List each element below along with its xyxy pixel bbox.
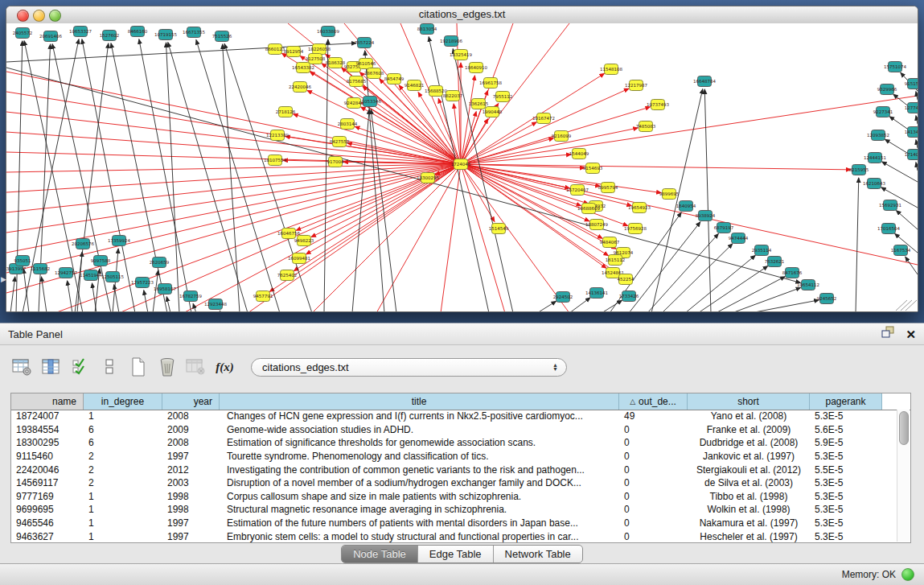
graph-node[interactable]: 15751074 bbox=[884, 62, 906, 72]
graph-node[interactable]: 8813054 bbox=[417, 24, 437, 35]
graph-node[interactable]: 1733426 bbox=[619, 291, 639, 302]
table-row[interactable]: 1938455462009Genome-wide association stu… bbox=[11, 423, 897, 437]
graph-node[interactable]: 8660123 bbox=[265, 44, 285, 55]
column-header-name[interactable]: name bbox=[11, 393, 84, 410]
graph-node[interactable]: 19756928 bbox=[624, 224, 647, 234]
graph-node[interactable]: 9245652 bbox=[817, 294, 837, 304]
graph-node[interactable]: 8471676 bbox=[782, 268, 803, 278]
column-header-in-degree[interactable]: in_degree bbox=[84, 393, 162, 410]
close-window-button[interactable] bbox=[17, 10, 29, 22]
tab-node-table[interactable]: Node Table bbox=[342, 546, 418, 562]
graph-node[interactable]: 11548108 bbox=[600, 64, 622, 75]
graph-node[interactable]: 18325419 bbox=[450, 50, 472, 60]
graph-node[interactable]: 8466160 bbox=[128, 27, 148, 37]
table-row[interactable]: 946554611997Estimation of the future num… bbox=[11, 517, 897, 530]
graph-node[interactable]: 1990448 bbox=[483, 107, 503, 117]
column-header-pagerank[interactable]: pagerank bbox=[810, 393, 882, 410]
graph-node[interactable]: 9474444 bbox=[729, 233, 749, 244]
graph-node[interactable]: 8186328 bbox=[326, 58, 346, 68]
new-document-icon[interactable] bbox=[127, 356, 149, 378]
graph-node[interactable]: 20206576 bbox=[72, 239, 94, 249]
graph-node[interactable]: 8995794 bbox=[598, 183, 618, 193]
graph-node[interactable]: 8427552 bbox=[330, 137, 350, 147]
graph-node[interactable]: 9457791 bbox=[253, 291, 273, 302]
scrollbar-thumb[interactable] bbox=[899, 411, 909, 445]
table-column-icon[interactable] bbox=[40, 356, 62, 378]
column-header-title[interactable]: title bbox=[220, 393, 619, 410]
graph-node[interactable]: 1115682 bbox=[31, 264, 51, 274]
graph-node[interactable]: 16099481 bbox=[288, 253, 310, 264]
resize-grip-icon[interactable] bbox=[906, 300, 917, 311]
graph-node[interactable]: 7625402 bbox=[277, 270, 298, 281]
graph-node[interactable]: 16671355 bbox=[183, 27, 205, 38]
graph-node[interactable]: 1544049 bbox=[569, 149, 589, 159]
graph-node[interactable]: 19218906 bbox=[440, 36, 462, 47]
graph-node[interactable]: 16210643 bbox=[863, 179, 885, 189]
panel-collapse-arrow-icon[interactable]: ▶ bbox=[1, 275, 6, 283]
graph-node[interactable]: 1714037 bbox=[905, 150, 918, 160]
graph-node[interactable]: 2405572 bbox=[13, 28, 33, 39]
minimize-window-button[interactable] bbox=[33, 10, 45, 22]
graph-node[interactable]: 20691406 bbox=[39, 31, 62, 42]
graph-node[interactable]: 1527602 bbox=[100, 31, 120, 41]
graph-node[interactable]: 16648784 bbox=[693, 76, 716, 87]
graph-node[interactable]: 9242848 bbox=[344, 98, 364, 109]
table-row[interactable]: 2242004622012Investigating the contribut… bbox=[11, 463, 897, 476]
graph-node[interactable]: 9154693 bbox=[583, 163, 603, 174]
close-panel-icon[interactable]: ✕ bbox=[906, 328, 916, 340]
window-titlebar[interactable]: citations_edges.txt bbox=[6, 6, 918, 24]
table-selector-dropdown[interactable]: citations_edges.txt ▲▼ bbox=[251, 358, 567, 377]
table-row[interactable]: 911546021997Tourette syndrome. Phenomeno… bbox=[11, 450, 897, 463]
resize-grip-icon[interactable] bbox=[896, 300, 907, 311]
graph-node[interactable]: 15720407 bbox=[566, 185, 589, 196]
table-row[interactable]: 1456911722003Disruption of a novel membe… bbox=[11, 476, 897, 490]
graph-node[interactable]: 12444151 bbox=[864, 153, 886, 163]
table-row[interactable]: 969969511998Structural magnetic resonanc… bbox=[11, 503, 897, 517]
graph-node[interactable]: 12093852 bbox=[867, 130, 889, 141]
graph-node[interactable]: 10654112 bbox=[797, 280, 819, 290]
graph-node[interactable]: 10737493 bbox=[647, 100, 669, 110]
graph-node[interactable]: 2867608 bbox=[364, 68, 384, 79]
graph-node[interactable]: 6879197 bbox=[714, 223, 734, 233]
graph-node[interactable]: 7632621 bbox=[765, 257, 785, 267]
graph-node[interactable]: 17016504 bbox=[877, 224, 900, 234]
graph-node[interactable]: 9151596 bbox=[905, 79, 918, 89]
graph-node[interactable]: 9329966 bbox=[877, 84, 897, 95]
row-select-checks-icon[interactable] bbox=[69, 356, 91, 378]
graph-node[interactable]: 9899695 bbox=[659, 189, 680, 200]
graph-node[interactable]: 452254 bbox=[618, 274, 634, 285]
table-settings-icon[interactable] bbox=[11, 356, 33, 378]
tab-network-table[interactable]: Network Table bbox=[494, 546, 582, 562]
graph-node[interactable]: 9146821 bbox=[405, 80, 425, 91]
trash-icon[interactable] bbox=[156, 356, 178, 378]
graph-node[interactable]: 1167534 bbox=[891, 245, 911, 256]
graph-node[interactable]: 10653327 bbox=[69, 27, 92, 37]
column-header-year[interactable]: year bbox=[162, 393, 220, 410]
graph-node[interactable]: 9610546 bbox=[356, 59, 376, 69]
row-height-icon[interactable] bbox=[98, 356, 120, 378]
graph-node[interactable]: 9484067 bbox=[600, 237, 620, 248]
graph-node[interactable]: 2718126 bbox=[276, 107, 296, 117]
column-header-short[interactable]: short bbox=[688, 393, 810, 410]
graph-node[interactable]: 16961758 bbox=[479, 78, 502, 89]
resize-grip-icon[interactable] bbox=[901, 300, 912, 311]
graph-node[interactable]: 1640954 bbox=[676, 201, 696, 212]
graph-node[interactable]: 16958107 bbox=[154, 284, 176, 295]
graph-node[interactable]: 10167472 bbox=[532, 113, 555, 124]
graph-node[interactable]: 8216099 bbox=[552, 131, 572, 142]
graph-node[interactable]: 2935114 bbox=[752, 245, 772, 256]
function-builder-icon[interactable]: f(x) bbox=[214, 356, 236, 378]
graph-node[interactable]: 16033809 bbox=[317, 27, 339, 37]
float-panel-icon[interactable] bbox=[881, 326, 895, 342]
table-row[interactable]: 946362711997Embryonic stem cells: a mode… bbox=[11, 529, 897, 542]
graph-node[interactable]: 16782759 bbox=[179, 291, 202, 302]
graph-node[interactable]: 15692931 bbox=[879, 200, 901, 211]
graph-node[interactable]: 12923448 bbox=[204, 299, 227, 310]
graph-node[interactable]: 8454749 bbox=[384, 74, 405, 84]
graph-node[interactable]: 8822037 bbox=[443, 91, 463, 101]
network-canvas[interactable]: 2405572206914061065332715276028466160107… bbox=[6, 23, 918, 311]
graph-node[interactable]: 14136141 bbox=[585, 288, 608, 299]
graph-node[interactable]: 2924502 bbox=[553, 292, 573, 303]
delete-table-icon[interactable] bbox=[185, 356, 207, 378]
graph-node[interactable]: 7515526 bbox=[212, 31, 232, 42]
